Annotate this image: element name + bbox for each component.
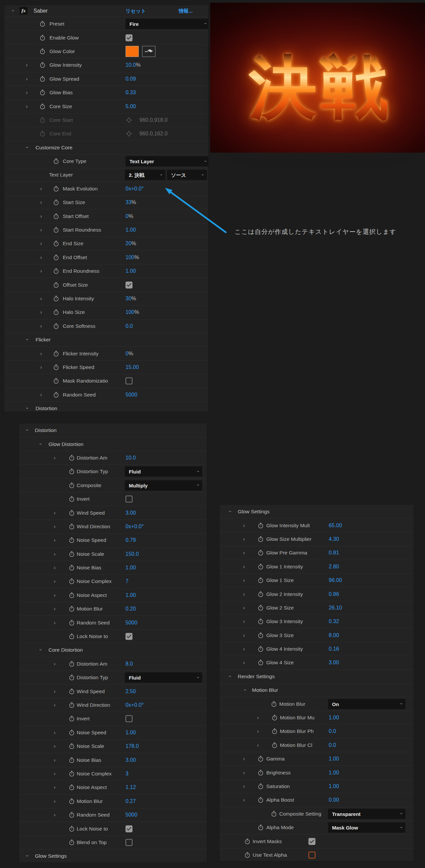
stopwatch-icon[interactable]	[69, 716, 75, 722]
motion-blur-value[interactable]: 0.20	[125, 606, 136, 612]
composite-setting-dropdown[interactable]: Transparent›	[328, 809, 405, 819]
twirl-right-icon[interactable]: ›	[54, 757, 55, 763]
chevron-down-icon[interactable]: ›	[25, 339, 30, 340]
glow-intensity-value[interactable]: 10.0%	[125, 62, 140, 68]
stopwatch-icon[interactable]	[258, 756, 264, 762]
start-roundness-value[interactable]: 1.00	[125, 227, 136, 233]
eyedropper-icon[interactable]	[142, 46, 155, 57]
motion-blur-ph-value[interactable]: 0.0	[329, 728, 336, 734]
stopwatch-icon[interactable]	[69, 675, 75, 681]
twirl-right-icon[interactable]: ›	[54, 744, 55, 749]
glow-color-swatch[interactable]	[125, 46, 139, 57]
random-seed-value[interactable]: 5000	[125, 812, 138, 818]
stopwatch-icon[interactable]	[53, 323, 59, 329]
wind-direction-value[interactable]: 0x+0.0°	[125, 524, 144, 530]
wind-speed-value[interactable]: 3.00	[125, 510, 136, 516]
stopwatch-icon[interactable]	[39, 117, 46, 123]
blend-on-top-checkbox[interactable]	[125, 839, 133, 846]
glow-1-size-value[interactable]: 96.00	[329, 577, 342, 583]
chevron-down-icon[interactable]: ›	[38, 443, 44, 445]
stopwatch-icon[interactable]	[53, 296, 59, 302]
invert-masks-checkbox[interactable]	[308, 838, 315, 845]
wind-speed-value[interactable]: 2.50	[125, 688, 136, 694]
halo-size-value[interactable]: 100%	[125, 309, 139, 315]
twirl-right-icon[interactable]: ›	[26, 76, 28, 82]
twirl-right-icon[interactable]: ›	[26, 104, 28, 109]
start-offset-value[interactable]: 0%	[125, 213, 133, 219]
chevron-down-icon[interactable]: ›	[25, 429, 30, 431]
twirl-right-icon[interactable]: ›	[40, 269, 42, 274]
noise-speed-value[interactable]: 0.79	[125, 537, 136, 543]
stopwatch-icon[interactable]	[39, 62, 46, 68]
glow-intensity-mult-value[interactable]: 65.00	[329, 523, 342, 529]
end-roundness-value[interactable]: 1.00	[125, 268, 136, 274]
distortion-am-value[interactable]: 8.0	[125, 661, 133, 667]
twirl-right-icon[interactable]: ›	[243, 646, 245, 652]
chevron-down-icon[interactable]: ›	[25, 407, 30, 409]
stopwatch-icon[interactable]	[258, 618, 264, 625]
flicker-speed-value[interactable]: 15.00	[125, 364, 139, 370]
twirl-right-icon[interactable]: ›	[243, 605, 245, 611]
twirl-right-icon[interactable]: ›	[54, 455, 55, 461]
glow-1-intensity-value[interactable]: 2.80	[329, 564, 339, 570]
stopwatch-icon[interactable]	[53, 282, 59, 288]
stopwatch-icon[interactable]	[69, 784, 75, 791]
stopwatch-icon[interactable]	[53, 254, 59, 260]
glow-size-multiplier-value[interactable]: 4.30	[329, 536, 339, 542]
twirl-right-icon[interactable]: ›	[40, 186, 42, 191]
glow-2-size-value[interactable]: 26.10	[329, 605, 342, 611]
noise-bias-value[interactable]: 1.00	[125, 565, 136, 571]
distortion-typ-dropdown[interactable]: Fluid›	[125, 673, 202, 683]
twirl-right-icon[interactable]: ›	[54, 799, 55, 804]
random-seed-value[interactable]: 5000	[125, 392, 138, 398]
stopwatch-icon[interactable]	[258, 563, 264, 570]
saturation-value[interactable]: 1.00	[329, 783, 339, 789]
twirl-right-icon[interactable]: ›	[54, 579, 55, 584]
stopwatch-icon[interactable]	[258, 591, 264, 597]
offset-size-checkbox[interactable]	[125, 281, 133, 288]
twirl-right-icon[interactable]: ›	[40, 351, 42, 356]
reset-button[interactable]: リセット	[125, 8, 146, 14]
twirl-right-icon[interactable]: ›	[243, 660, 245, 665]
use-text-alpha-checkbox[interactable]	[308, 851, 315, 858]
alpha-mode-dropdown[interactable]: Mask Glow›	[328, 823, 405, 833]
twirl-right-icon[interactable]: ›	[243, 619, 245, 624]
stopwatch-icon[interactable]	[258, 660, 264, 666]
enable-glow-checkbox[interactable]	[125, 34, 133, 41]
stopwatch-icon[interactable]	[53, 199, 59, 206]
twirl-right-icon[interactable]: ›	[54, 661, 55, 666]
noise-complex-value[interactable]: 3	[125, 771, 129, 777]
stopwatch-icon[interactable]	[258, 550, 264, 556]
start-size-value[interactable]: 33%	[125, 199, 136, 206]
stopwatch-icon[interactable]	[258, 825, 264, 831]
twirl-right-icon[interactable]: ›	[54, 812, 55, 817]
stopwatch-icon[interactable]	[69, 496, 75, 502]
twirl-right-icon[interactable]: ›	[243, 784, 245, 789]
twirl-right-icon[interactable]: ›	[54, 593, 55, 598]
end-size-value[interactable]: 20%	[125, 241, 136, 247]
stopwatch-icon[interactable]	[39, 48, 46, 54]
stopwatch-icon[interactable]	[53, 378, 59, 384]
chevron-down-icon[interactable]: ›	[243, 689, 248, 691]
stopwatch-icon[interactable]	[258, 632, 264, 639]
stopwatch-icon[interactable]	[69, 688, 75, 694]
info-button[interactable]: 情報...	[179, 8, 193, 14]
stopwatch-icon[interactable]	[69, 592, 75, 598]
stopwatch-icon[interactable]	[69, 523, 75, 530]
chevron-down-icon[interactable]: ›	[25, 855, 30, 857]
stopwatch-icon[interactable]	[271, 701, 277, 707]
stopwatch-icon[interactable]	[39, 34, 46, 41]
glow-2-intensity-value[interactable]: 0.86	[329, 591, 339, 597]
twirl-right-icon[interactable]: ›	[243, 756, 245, 762]
lock-noise-to-checkbox[interactable]	[125, 633, 133, 640]
twirl-right-icon[interactable]: ›	[54, 785, 55, 790]
twirl-right-icon[interactable]: ›	[54, 565, 55, 570]
twirl-right-icon[interactable]: ›	[40, 200, 42, 205]
brightness-value[interactable]: 1.00	[329, 770, 339, 776]
stopwatch-icon[interactable]	[258, 770, 264, 776]
glow-bias-value[interactable]: 0.33	[125, 90, 136, 96]
chevron-down-icon[interactable]: ›	[11, 10, 16, 11]
stopwatch-icon[interactable]	[244, 852, 250, 858]
motion-blur-dropdown[interactable]: On›	[328, 699, 405, 709]
chevron-down-icon[interactable]: ›	[228, 676, 233, 677]
